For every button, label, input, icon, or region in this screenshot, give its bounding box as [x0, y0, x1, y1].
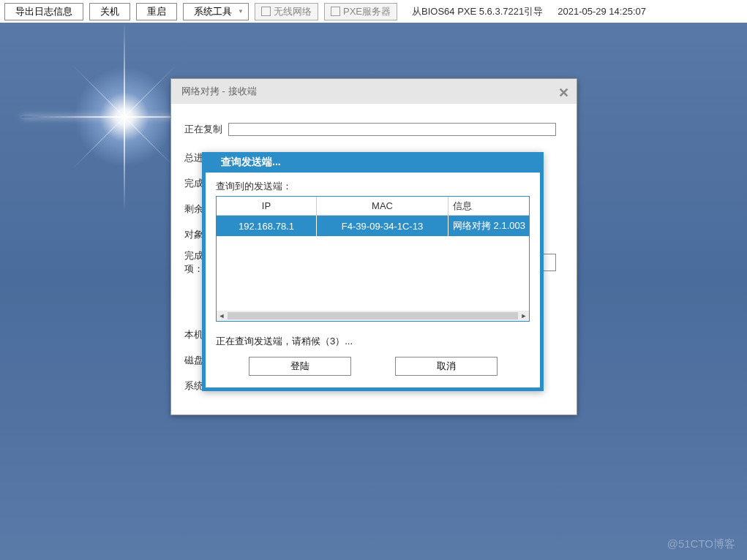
cancel-button[interactable]: 取消	[395, 357, 498, 376]
table-row[interactable]: 192.168.78.1 F4-39-09-34-1C-13 网络对拷 2.1.…	[217, 216, 529, 236]
progress-bar	[228, 123, 556, 136]
col-mac[interactable]: MAC	[317, 197, 448, 215]
reboot-button[interactable]: 重启	[136, 3, 177, 20]
shutdown-button[interactable]: 关机	[89, 3, 130, 20]
query-status: 正在查询发送端，请稍候（3）...	[216, 335, 530, 348]
watermark: @51CTO博客	[667, 537, 735, 551]
window-titlebar[interactable]: 网络对拷 - 接收端 ✕	[171, 79, 577, 104]
cell-info: 网络对拷 2.1.003	[448, 216, 529, 236]
login-button[interactable]: 登陆	[249, 357, 351, 376]
col-ip[interactable]: IP	[217, 197, 317, 215]
scroll-right-icon[interactable]: ►	[519, 311, 529, 321]
col-info[interactable]: 信息	[448, 197, 529, 215]
cell-ip: 192.168.78.1	[217, 216, 317, 236]
boot-info: 从BIOS64 PXE 5.6.3.7221引导	[412, 5, 543, 18]
query-dialog: 查询发送端... 查询到的发送端： IP MAC 信息 192.168.78.1…	[202, 152, 544, 391]
window-title: 网络对拷 - 接收端	[181, 85, 257, 98]
scroll-left-icon[interactable]: ◄	[217, 311, 227, 321]
top-toolbar: 导出日志信息 关机 重启 系统工具 无线网络 PXE服务器 从BIOS64 PX…	[0, 0, 747, 23]
found-senders-label: 查询到的发送端：	[216, 180, 530, 193]
scroll-thumb[interactable]	[228, 312, 518, 319]
cell-mac: F4-39-09-34-1C-13	[317, 216, 448, 236]
progress-label: 正在复制	[181, 123, 225, 136]
wifi-checkbox[interactable]: 无线网络	[255, 3, 318, 20]
sender-table[interactable]: IP MAC 信息 192.168.78.1 F4-39-09-34-1C-13…	[216, 196, 530, 322]
dialog-title[interactable]: 查询发送端...	[202, 152, 544, 173]
export-log-button[interactable]: 导出日志信息	[4, 3, 83, 20]
system-tools-dropdown[interactable]: 系统工具	[183, 3, 249, 20]
datetime: 2021-05-29 14:25:07	[558, 6, 646, 17]
horizontal-scrollbar[interactable]: ◄ ►	[217, 311, 529, 321]
close-icon[interactable]: ✕	[558, 85, 569, 101]
pxe-server-checkbox[interactable]: PXE服务器	[324, 3, 397, 20]
